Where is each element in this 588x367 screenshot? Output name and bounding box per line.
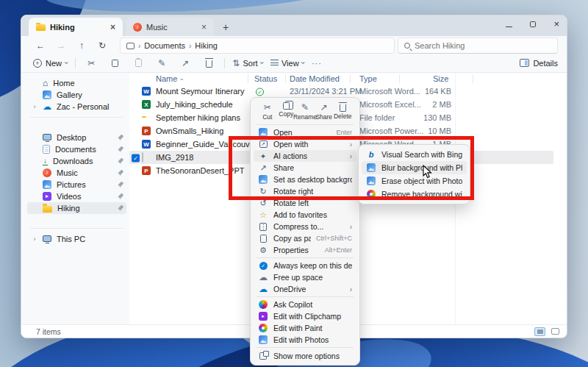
details-view-toggle-icon[interactable]	[534, 327, 545, 336]
icons-view-toggle-icon[interactable]	[551, 328, 559, 335]
items-count: 7 items	[36, 327, 61, 336]
rename-icon[interactable]: ✎	[154, 58, 170, 68]
share-button[interactable]: ↗ Share	[315, 102, 334, 121]
cut-icon[interactable]: ✂	[83, 58, 99, 68]
rename-button[interactable]: ✎ Rename	[295, 102, 315, 121]
sidebar-item-videos[interactable]: ▸ Videos	[27, 190, 126, 202]
menu-item-free-up-space[interactable]: ☁ Free up space	[254, 271, 356, 283]
tab-bar: Hiking × ♪ Music × + ×	[21, 15, 567, 36]
tab-hiking[interactable]: Hiking ×	[29, 18, 123, 36]
chevron-right-icon: ›	[189, 42, 191, 50]
close-tab-icon[interactable]: ×	[109, 23, 117, 32]
column-header-status[interactable]: Status	[254, 74, 277, 83]
delete-button[interactable]: Delete	[334, 102, 353, 121]
copy-icon[interactable]	[107, 60, 123, 67]
search-input[interactable]	[415, 41, 551, 50]
search-box[interactable]	[398, 38, 558, 54]
this-pc-icon	[43, 235, 51, 242]
details-pane-button[interactable]: Details	[520, 59, 558, 68]
menu-item-edit-with-clipchamp[interactable]: ▸ Edit with Clipchamp	[254, 310, 356, 322]
column-header-name[interactable]: Name›	[156, 74, 182, 83]
sidebar-item-gallery[interactable]: Gallery	[27, 89, 126, 101]
sidebar-item-onedrive[interactable]: › ☁ Zac - Personal	[27, 101, 126, 113]
column-header-size[interactable]: Size	[433, 74, 448, 83]
up-icon[interactable]: ↑	[73, 40, 90, 51]
sidebar-item-hiking[interactable]: Hiking	[27, 202, 126, 214]
breadcrumb-documents[interactable]: Documents	[144, 41, 185, 50]
column-header-date[interactable]: Date Modified	[290, 74, 340, 83]
onedrive-icon: ☁	[258, 285, 268, 293]
desktop-wallpaper: Hiking × ♪ Music × + × ← → ↑ ↻ ›	[0, 0, 588, 367]
menu-item-always-keep-on-device[interactable]: ✓ Always keep on this device	[254, 260, 356, 271]
new-button[interactable]: + New ›	[33, 59, 68, 68]
view-button[interactable]: View ›	[270, 59, 304, 68]
quick-actions-row: ✂ Cut Copy ✎ Rename ↗ Share Delete	[254, 101, 356, 123]
refresh-icon[interactable]: ↻	[93, 40, 111, 51]
share-icon: ↗	[320, 102, 328, 113]
menu-item-edit-with-paint[interactable]: Edit with Paint	[254, 322, 356, 334]
close-icon[interactable]: ×	[553, 21, 559, 28]
maximize-icon[interactable]	[530, 21, 536, 27]
menu-item-ask-copilot[interactable]: Ask Copilot	[254, 299, 356, 310]
menu-item-show-more-options[interactable]: Show more options	[254, 349, 356, 363]
share-icon[interactable]: ↗	[177, 58, 193, 68]
breadcrumb-hiking[interactable]: Hiking	[195, 41, 218, 50]
sidebar-item-music[interactable]: ♪ Music	[27, 167, 126, 179]
pin-icon	[117, 135, 123, 141]
sidebar-item-home[interactable]: ⌂ Home	[27, 77, 126, 89]
menu-item-properties[interactable]: ⚙ Properties Alt+Enter	[254, 244, 356, 256]
navigation-sidebar: ⌂ Home Gallery › ☁ Zac - Personal Deskto…	[21, 73, 129, 324]
sidebar-item-documents[interactable]: Documents	[27, 143, 126, 155]
menu-item-compress-to[interactable]: Compress to... ›	[254, 221, 356, 232]
word-file-icon: W	[142, 140, 151, 149]
copy-icon	[283, 102, 290, 110]
keep-on-device-icon: ✓	[259, 262, 268, 270]
tab-music[interactable]: ♪ Music ×	[126, 18, 214, 36]
photos-icon	[259, 335, 268, 344]
clipchamp-icon: ▸	[259, 312, 268, 321]
downloads-icon: ↓	[43, 157, 48, 165]
mouse-cursor	[423, 165, 432, 179]
delete-icon	[340, 104, 346, 112]
plus-icon: +	[33, 59, 42, 68]
copilot-icon	[259, 300, 268, 309]
address-bar: ← → ↑ ↻ › Documents › Hiking	[21, 36, 567, 55]
new-tab-button[interactable]: +	[220, 21, 232, 33]
chevron-right-icon[interactable]: ›	[32, 235, 37, 243]
music-icon: ♪	[133, 23, 142, 32]
back-icon[interactable]: ←	[32, 40, 49, 51]
paste-icon[interactable]	[130, 59, 146, 67]
powerpoint-file-icon: P	[142, 166, 151, 175]
sidebar-item-downloads[interactable]: ↓ Downloads	[27, 155, 126, 167]
close-tab-icon[interactable]: ×	[200, 23, 208, 32]
folder-icon	[43, 206, 52, 213]
pin-icon	[117, 170, 123, 177]
sidebar-item-desktop[interactable]: Desktop	[27, 132, 126, 143]
sort-button[interactable]: ⇅ Sort ›	[232, 58, 263, 68]
column-header-type[interactable]: Type	[359, 74, 377, 83]
forward-icon[interactable]: →	[52, 40, 70, 51]
desktop-icon	[43, 134, 51, 140]
chevron-right-icon[interactable]: ›	[32, 103, 37, 110]
view-icon	[270, 60, 279, 67]
sidebar-item-this-pc[interactable]: › This PC	[27, 233, 126, 245]
menu-item-edit-with-photos[interactable]: Edit with Photos	[254, 334, 356, 346]
sidebar-item-pictures[interactable]: Pictures	[27, 179, 126, 190]
table-row[interactable]: W Mount Seymour Itinerary ✓ 23/11/2024 3…	[129, 85, 567, 98]
sync-status-icon: ✓	[256, 88, 264, 96]
cut-icon: ✂	[264, 102, 271, 113]
cut-button[interactable]: ✂ Cut	[258, 102, 277, 121]
more-options-icon[interactable]: ···	[312, 59, 322, 68]
chevron-down-icon: ›	[299, 62, 307, 64]
pictures-icon	[43, 180, 51, 189]
menu-item-onedrive[interactable]: ☁ OneDrive ›	[254, 283, 356, 295]
delete-icon[interactable]	[201, 58, 217, 68]
music-icon: ♪	[43, 168, 51, 177]
copy-path-icon	[260, 235, 267, 243]
breadcrumb[interactable]: › Documents › Hiking	[120, 38, 395, 54]
menu-item-copy-as-path[interactable]: Copy as path Ctrl+Shift+C	[254, 232, 356, 244]
minimize-icon[interactable]	[506, 26, 512, 27]
chevron-down-icon: ›	[258, 62, 266, 64]
checkbox-checked-icon[interactable]: ✓	[132, 154, 140, 163]
menu-item-add-to-favorites[interactable]: ☆ Add to favorites	[254, 209, 356, 221]
